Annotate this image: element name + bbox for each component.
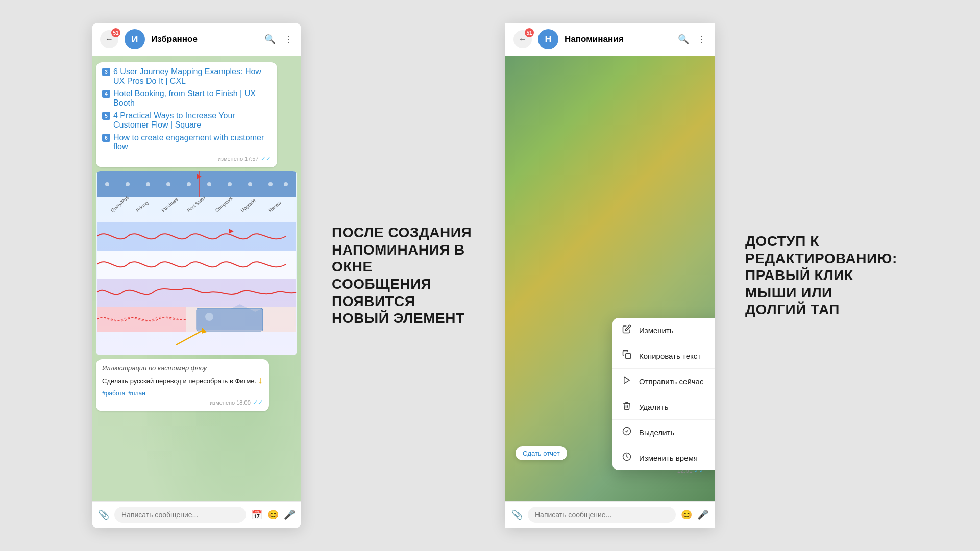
right-annotation-text: ДОСТУП К РЕДАКТИРОВАНИЮ: ПРАВЫЙ КЛИК МЫШ…: [745, 233, 888, 318]
delete-icon: [622, 401, 632, 413]
svg-rect-23: [97, 279, 296, 307]
tags-container: #работа #план: [102, 390, 263, 397]
context-label-edit: Изменить: [639, 326, 674, 335]
report-button[interactable]: Сдать отчет: [516, 446, 567, 460]
svg-text:Pricing: Pricing: [135, 200, 150, 213]
task-text: Сделать русский перевод и пересобрать в …: [102, 375, 263, 386]
calendar-icon[interactable]: 📅: [251, 509, 262, 520]
clock-icon: [622, 452, 632, 464]
header-icons: 🔍 ⋮: [264, 34, 293, 45]
right-avatar: Н: [538, 29, 558, 49]
left-chat-body: 3 6 User Journey Mapping Examples: How U…: [92, 56, 301, 501]
description-message: Иллюстрации по кастомер флоу Сделать рус…: [96, 359, 269, 411]
select-icon: [622, 427, 632, 438]
context-label-copy: Копировать текст: [639, 352, 701, 360]
right-input-bar: 📎 😊 🎤: [505, 501, 715, 528]
link-5[interactable]: 4 Practical Ways to Increase Your Custom…: [113, 111, 271, 130]
svg-point-9: [268, 182, 273, 186]
context-label-select: Выделить: [639, 428, 674, 437]
svg-text:Query/PoS: Query/PoS: [110, 195, 130, 213]
middle-annotation-text: ПОСЛЕ СОЗДАНИЯ НАПОМИНАНИЯ В ОКНЕ СООБЩЕ…: [332, 224, 475, 327]
copy-icon: [622, 350, 632, 362]
left-header: ← 51 И Избранное 🔍 ⋮: [92, 23, 301, 56]
check-icon-2: ✓✓: [253, 399, 263, 406]
right-back-button-wrapper: ← 51: [513, 30, 532, 48]
svg-text:Renew: Renew: [268, 200, 282, 213]
message-time: изменено 17:57: [218, 156, 259, 162]
right-annotation: ДОСТУП К РЕДАКТИРОВАНИЮ: ПРАВЫЙ КЛИК МЫШ…: [745, 233, 888, 318]
emoji-icon[interactable]: 😊: [267, 509, 279, 520]
message-input[interactable]: [114, 507, 246, 523]
list-item: 5 4 Practical Ways to Increase Your Cust…: [102, 111, 271, 131]
search-icon[interactable]: 🔍: [264, 34, 276, 45]
arrow-icon: ↓: [258, 375, 263, 385]
back-button-wrapper: ← 51: [100, 30, 118, 48]
tag-plan: #план: [128, 390, 145, 397]
middle-annotation: ПОСЛЕ СОЗДАНИЯ НАПОМИНАНИЯ В ОКНЕ СООБЩЕ…: [332, 224, 475, 327]
svg-point-6: [207, 182, 211, 186]
right-search-icon[interactable]: 🔍: [678, 34, 689, 45]
right-header-icons: 🔍 ⋮: [678, 34, 706, 45]
context-menu-item-select[interactable]: Выделить: [612, 420, 715, 445]
edit-icon: [622, 324, 632, 336]
tag-work: #работа: [102, 390, 125, 397]
svg-text:Complaint: Complaint: [214, 196, 234, 213]
chat-title: Избранное: [151, 34, 258, 44]
svg-point-1: [105, 182, 109, 186]
right-telegram-window: ← 51 Н Напоминания 🔍 ⋮ Сдать отчет 12:51…: [505, 23, 715, 528]
avatar: И: [125, 29, 145, 49]
svg-rect-30: [626, 354, 631, 359]
svg-point-3: [146, 182, 150, 186]
flow-chart-image[interactable]: Query/PoS Pricing Purchase Post Sales Co…: [96, 171, 297, 355]
right-message-input[interactable]: [528, 507, 676, 523]
link-4[interactable]: Hotel Booking, from Start to Finish | UX…: [113, 89, 271, 108]
svg-rect-27: [97, 307, 186, 332]
message-meta: изменено 17:57 ✓✓: [102, 155, 271, 162]
context-menu-item-delete[interactable]: Удалить: [612, 394, 715, 420]
links-message: 3 6 User Journey Mapping Examples: How U…: [96, 62, 277, 167]
svg-point-2: [126, 182, 130, 186]
svg-point-7: [228, 182, 232, 186]
message-meta-2: изменено 18:00 ✓✓: [102, 399, 263, 406]
svg-text:Post Sales: Post Sales: [186, 195, 207, 213]
context-menu-item-copy[interactable]: Копировать текст: [612, 343, 715, 369]
svg-point-5: [187, 182, 191, 186]
svg-text:Purchase: Purchase: [161, 196, 179, 213]
context-label-delete: Удалить: [639, 403, 668, 411]
right-voice-icon[interactable]: 🎤: [697, 509, 708, 520]
list-item: 3 6 User Journey Mapping Examples: How U…: [102, 67, 271, 87]
voice-icon[interactable]: 🎤: [284, 509, 295, 520]
left-input-bar: 📎 📅 😊 🎤: [92, 501, 301, 528]
context-label-send: Отправить сейчас: [639, 377, 703, 386]
right-chat-body: Сдать отчет 12:51 ✓✓ Изменить: [505, 56, 715, 501]
link-6[interactable]: How to create engagement with customer f…: [113, 133, 271, 152]
right-emoji-icon[interactable]: 😊: [681, 509, 692, 520]
context-menu-item-edit[interactable]: Изменить: [612, 318, 715, 343]
context-label-change-time: Изменить время: [639, 454, 698, 462]
svg-point-4: [166, 182, 170, 186]
message-time-2: изменено 18:00: [210, 399, 251, 406]
right-menu-icon[interactable]: ⋮: [697, 34, 706, 45]
right-unread-badge: 51: [525, 28, 534, 37]
svg-point-8: [248, 182, 252, 186]
unread-badge: 51: [111, 28, 120, 37]
check-icon: ✓✓: [261, 155, 271, 162]
list-item: 4 Hotel Booking, from Start to Finish | …: [102, 89, 271, 109]
svg-point-10: [284, 182, 288, 186]
link-3[interactable]: 6 User Journey Mapping Examples: How UX …: [113, 67, 271, 86]
main-container: ← 51 И Избранное 🔍 ⋮ 3 6 User Journey Ma…: [0, 0, 980, 551]
context-menu-item-send[interactable]: Отправить сейчас: [612, 369, 715, 394]
attachment-icon[interactable]: 📎: [98, 509, 109, 520]
send-icon: [622, 375, 632, 387]
list-item: 6 How to create engagement with customer…: [102, 133, 271, 153]
context-menu-item-change-time[interactable]: Изменить время: [612, 445, 715, 470]
svg-marker-31: [624, 377, 630, 384]
menu-icon[interactable]: ⋮: [284, 34, 293, 45]
left-telegram-window: ← 51 И Избранное 🔍 ⋮ 3 6 User Journey Ma…: [92, 23, 301, 528]
right-attachment-icon[interactable]: 📎: [511, 509, 523, 520]
svg-text:Upgrade: Upgrade: [240, 198, 257, 213]
right-chat-title: Напоминания: [565, 34, 672, 44]
context-menu: Изменить Копировать текст: [612, 318, 715, 470]
right-header: ← 51 Н Напоминания 🔍 ⋮: [505, 23, 715, 56]
caption-text: Иллюстрации по кастомер флоу: [102, 364, 263, 372]
